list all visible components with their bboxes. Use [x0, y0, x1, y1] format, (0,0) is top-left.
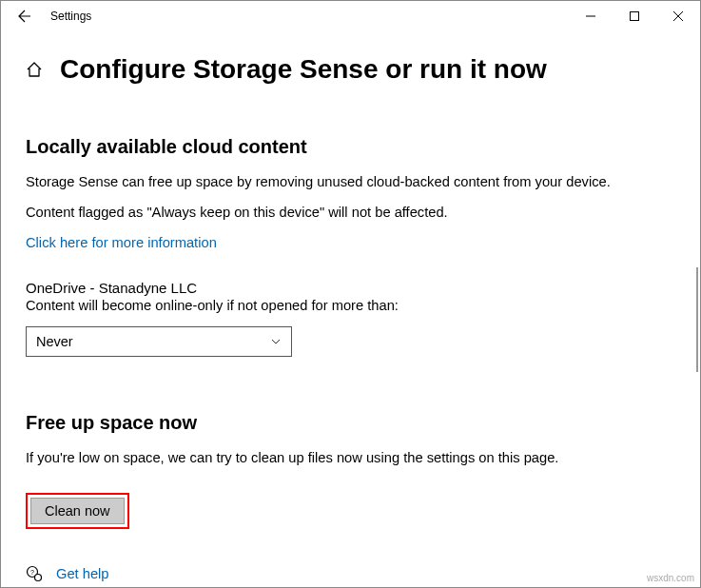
onedrive-account-label: OneDrive - Stanadyne LLC	[26, 280, 675, 296]
minimize-button[interactable]	[569, 1, 613, 31]
freeup-desc: If you're low on space, we can try to cl…	[26, 449, 675, 468]
dropdown-value: Never	[36, 334, 73, 349]
cloud-desc-1: Storage Sense can free up space by remov…	[26, 173, 675, 192]
get-help-row: ? Get help	[26, 565, 675, 582]
home-button[interactable]	[26, 61, 43, 78]
svg-rect-1	[631, 12, 639, 21]
svg-point-5	[35, 574, 42, 580]
onedrive-desc: Content will become online-only if not o…	[26, 298, 675, 313]
minimize-icon	[586, 11, 595, 21]
page-title: Configure Storage Sense or run it now	[60, 54, 547, 85]
freeup-heading: Free up space now	[26, 412, 675, 434]
clean-now-button[interactable]: Clean now	[30, 498, 125, 524]
maximize-button[interactable]	[613, 1, 656, 31]
back-button[interactable]	[10, 2, 39, 30]
titlebar: Settings	[1, 1, 700, 31]
window-controls	[569, 1, 700, 31]
highlight-annotation: Clean now	[26, 493, 129, 529]
close-icon	[673, 11, 683, 21]
scrollbar[interactable]	[696, 267, 698, 372]
get-help-link[interactable]: Get help	[56, 566, 109, 581]
page-header: Configure Storage Sense or run it now	[1, 31, 700, 94]
maximize-icon	[630, 11, 639, 21]
chevron-down-icon	[270, 336, 282, 347]
cloud-content-heading: Locally available cloud content	[26, 136, 675, 158]
more-info-link[interactable]: Click here for more information	[26, 235, 217, 250]
back-arrow-icon	[17, 9, 32, 24]
close-button[interactable]	[656, 1, 700, 31]
titlebar-label: Settings	[50, 10, 91, 23]
svg-text:?: ?	[30, 569, 34, 576]
onedrive-threshold-dropdown[interactable]: Never	[26, 326, 292, 357]
content-area: Locally available cloud content Storage …	[1, 136, 700, 582]
home-icon	[26, 61, 43, 78]
cloud-desc-2: Content flagged as "Always keep on this …	[26, 204, 675, 223]
help-icon: ?	[26, 565, 43, 582]
watermark: wsxdn.com	[647, 573, 694, 583]
